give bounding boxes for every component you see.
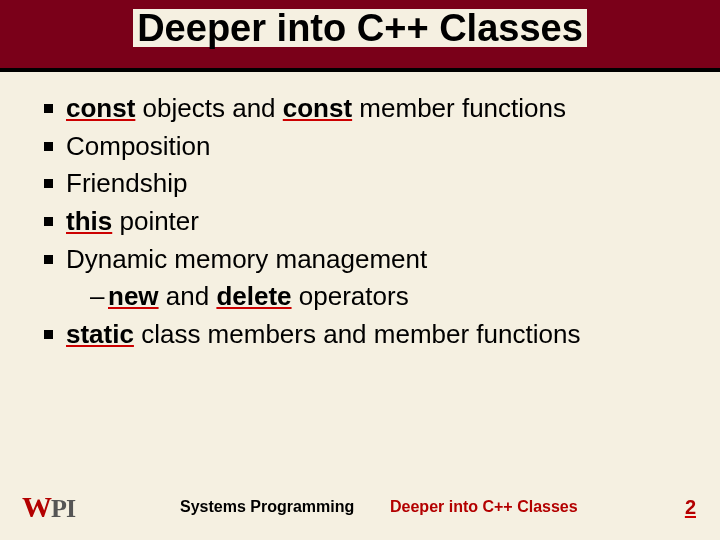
bullet-text: pointer xyxy=(112,206,199,236)
footer-course: Systems Programming xyxy=(180,498,354,516)
logo-letter-i: I xyxy=(66,494,75,524)
keyword-const: const xyxy=(283,93,352,123)
keyword-new: new xyxy=(108,281,159,311)
bullet-item: const objects and const member functions xyxy=(40,90,690,128)
slide-title: Deeper into C++ Classes xyxy=(133,9,587,47)
page-number: 2 xyxy=(685,496,696,519)
bullet-text: operators xyxy=(292,281,409,311)
bullet-text: Dynamic memory management xyxy=(66,244,427,274)
keyword-static: static xyxy=(66,319,134,349)
bullet-item: Friendship xyxy=(40,165,690,203)
dash-icon: – xyxy=(90,278,108,316)
footer: WPI Systems Programming Deeper into C++ … xyxy=(0,490,720,524)
bullet-text: Friendship xyxy=(66,168,187,198)
sub-bullet-item: –new and delete operators xyxy=(90,278,690,316)
keyword-delete: delete xyxy=(216,281,291,311)
logo-letter-w: W xyxy=(22,490,51,524)
logo-letter-p: P xyxy=(51,494,66,524)
bullet-item: static class members and member function… xyxy=(40,316,690,354)
bullet-text: class members and member functions xyxy=(134,319,581,349)
sub-list: –new and delete operators xyxy=(66,278,690,316)
bullet-text: objects and xyxy=(135,93,282,123)
bullet-text: member functions xyxy=(352,93,566,123)
content-area: const objects and const member functions… xyxy=(0,72,720,354)
keyword-this: this xyxy=(66,206,112,236)
bullet-text: Composition xyxy=(66,131,211,161)
bullet-item: this pointer xyxy=(40,203,690,241)
footer-topic: Deeper into C++ Classes xyxy=(390,498,578,516)
bullet-item: Composition xyxy=(40,128,690,166)
title-band: Deeper into C++ Classes xyxy=(0,0,720,72)
keyword-const: const xyxy=(66,93,135,123)
wpi-logo: WPI xyxy=(22,490,75,524)
bullet-item: Dynamic memory management –new and delet… xyxy=(40,241,690,316)
bullet-text: and xyxy=(159,281,217,311)
bullet-list: const objects and const member functions… xyxy=(40,90,690,354)
